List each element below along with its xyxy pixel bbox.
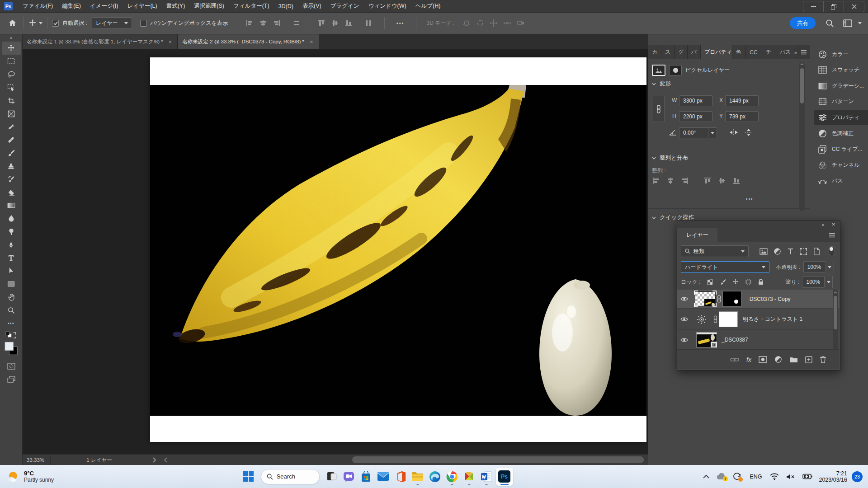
align-top-edges-icon[interactable] (315, 17, 328, 29)
edge-icon[interactable] (426, 468, 443, 486)
clock-widget[interactable]: 7:21 2023/03/16 (819, 470, 847, 483)
dock-item-patterns[interactable]: パターン (814, 94, 868, 109)
layer-mask-thumbnail-icon[interactable] (669, 65, 682, 75)
dock-item-libraries[interactable]: CC ライブ... (814, 141, 868, 157)
scroll-up-arrow-icon[interactable] (800, 63, 804, 66)
auto-select-checkbox[interactable] (52, 20, 59, 27)
layer-mask-thumbnail[interactable] (722, 291, 741, 307)
gradient-tool[interactable] (2, 199, 21, 212)
panel-tab-patterns[interactable]: パ (688, 45, 701, 59)
filter-type-layers-icon[interactable] (787, 248, 794, 255)
layers-scroll-thumb[interactable] (834, 296, 837, 329)
layers-scrollbar[interactable] (833, 290, 838, 357)
align-bottom-edges-icon[interactable] (342, 17, 355, 29)
input-language[interactable]: ENG (750, 474, 762, 480)
panel-close-icon[interactable]: ✕ (832, 222, 835, 227)
dodge-tool[interactable] (2, 225, 21, 238)
lock-all-icon[interactable] (756, 277, 766, 286)
screen-mode-icon[interactable] (2, 373, 21, 386)
fill-dropdown-chevron[interactable] (825, 276, 833, 288)
default-swap-colors[interactable] (2, 330, 21, 341)
align-top-edges-icon[interactable] (703, 177, 712, 185)
delete-layer-icon[interactable] (820, 356, 826, 363)
visibility-eye-icon[interactable] (677, 330, 691, 350)
path-selection-tool[interactable] (2, 264, 21, 277)
brush-tool[interactable] (2, 146, 21, 160)
foreground-background-swatches[interactable] (2, 341, 21, 357)
lasso-tool[interactable] (2, 68, 21, 81)
align-horizontal-centers-icon[interactable] (256, 17, 270, 29)
lock-position-icon[interactable] (731, 277, 741, 286)
filter-pixel-layers-icon[interactable] (760, 248, 768, 255)
layer-row-dsc0373-copy[interactable]: _DSC0373 - Copy (677, 290, 839, 308)
filter-toggle-switch[interactable] (829, 246, 835, 256)
mask-link-icon[interactable] (713, 315, 717, 323)
layer-mask-thumbnail[interactable] (719, 311, 738, 327)
add-mask-icon[interactable] (759, 356, 767, 363)
color-app-icon[interactable] (461, 468, 478, 486)
align-left-edges-icon[interactable] (652, 177, 660, 185)
tab-close-icon[interactable]: × (309, 38, 314, 45)
workspace-chevron-icon[interactable] (858, 22, 862, 24)
healing-brush-tool[interactable] (2, 133, 21, 146)
panel-tab-adjustments[interactable]: 色 (732, 45, 746, 59)
restore-button[interactable] (823, 1, 844, 12)
link-layers-icon[interactable] (730, 357, 739, 362)
lock-transparent-pixels-icon[interactable] (705, 277, 715, 286)
align-vertical-centers-icon[interactable] (718, 177, 726, 185)
new-adjustment-layer-icon[interactable] (774, 356, 782, 363)
menu-image[interactable]: イメージ(I) (85, 0, 123, 12)
document-tab-2-active[interactable]: 名称未設定 2 @ 33.3% (_DSC0373 - Copy, RGB/8)… (178, 34, 319, 49)
tab-close-icon[interactable]: × (168, 38, 173, 45)
crop-tool[interactable] (2, 94, 21, 107)
edit-toolbar-icon[interactable]: ••• (2, 317, 21, 330)
show-bounding-box-checkbox[interactable] (140, 20, 147, 27)
filter-smart-objects-icon[interactable] (813, 248, 820, 255)
opacity-field[interactable]: 100% (803, 261, 826, 273)
layers-tab[interactable]: レイヤー (677, 228, 717, 242)
weather-widget[interactable]: 9°C Partly sunny (6, 470, 54, 483)
panel-tab-paths[interactable]: パス (776, 45, 794, 59)
workspace-icon[interactable] (841, 17, 854, 29)
flip-vertical-icon[interactable] (744, 128, 753, 136)
quick-mask-icon[interactable] (2, 360, 21, 373)
current-tool-preset[interactable] (28, 19, 42, 27)
close-button[interactable] (844, 1, 864, 12)
eraser-tool[interactable] (2, 186, 21, 199)
distribute-vertical-icon[interactable] (362, 17, 375, 29)
status-info-field[interactable]: 1 レイヤー (50, 455, 148, 465)
sync-icon[interactable] (733, 473, 742, 481)
menu-edit[interactable]: 編集(E) (57, 0, 85, 12)
layer-row-dsc0387[interactable]: _DSC0387 (677, 329, 839, 350)
menu-select[interactable]: 選択範囲(S) (189, 0, 229, 12)
properties-scroll-thumb[interactable] (800, 68, 804, 103)
flip-horizontal-icon[interactable] (729, 128, 739, 136)
pen-tool[interactable] (2, 238, 21, 251)
status-popup-chevron-icon[interactable] (152, 457, 156, 463)
marquee-tool[interactable] (2, 55, 21, 68)
opacity-dropdown-chevron[interactable] (826, 261, 834, 273)
type-tool[interactable] (2, 251, 21, 264)
panel-tab-swatches[interactable]: ス (661, 45, 675, 59)
layer-thumbnail[interactable] (695, 291, 716, 306)
start-button[interactable] (240, 468, 257, 486)
new-group-icon[interactable] (789, 356, 798, 363)
align-horizontal-centers-icon[interactable] (666, 177, 675, 185)
link-dimensions-icon[interactable] (653, 96, 665, 122)
panel-tab-color[interactable]: カ (648, 45, 661, 59)
dock-item-swatches[interactable]: スウォッチ (814, 62, 868, 77)
dock-item-gradients[interactable]: グラデーシ... (814, 78, 868, 94)
dock-item-paths[interactable]: パス (814, 173, 868, 188)
lock-image-pixels-icon[interactable] (718, 277, 728, 286)
share-button[interactable]: 共有 (790, 17, 816, 29)
microsoft-store-icon[interactable] (358, 468, 375, 486)
menu-3d[interactable]: 3D(D) (274, 0, 298, 12)
align-section-header[interactable]: 整列と分布 (652, 154, 688, 162)
x-field[interactable]: 1449 px (725, 95, 759, 106)
hscroll-thumb[interactable] (352, 456, 644, 463)
toolbar-collapse-icon[interactable]: » (0, 34, 22, 42)
y-field[interactable]: 739 px (725, 111, 759, 122)
scroll-up-arrow-icon[interactable] (834, 291, 837, 294)
menu-type[interactable]: 書式(Y) (162, 0, 190, 12)
taskbar-search-box[interactable]: Search (261, 469, 320, 484)
